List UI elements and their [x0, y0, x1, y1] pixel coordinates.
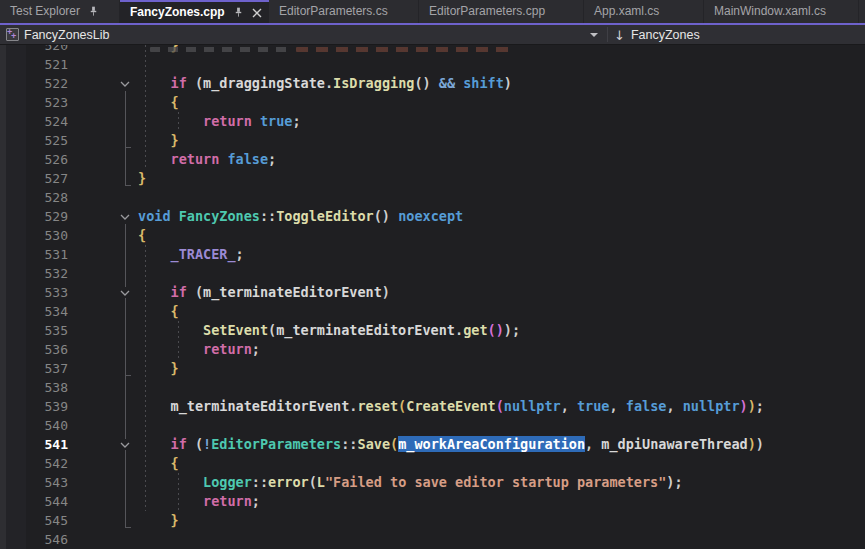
code-text: if (m_terminateEditorEvent) — [138, 283, 390, 302]
line-number: 530 — [0, 226, 68, 245]
code-text: } — [138, 511, 179, 530]
code-text: return; — [138, 492, 260, 511]
code-text: m_terminateEditorEvent.reset(CreateEvent… — [138, 397, 764, 416]
code-line[interactable]: 536 return; — [0, 340, 865, 359]
code-line[interactable]: 537 } — [0, 359, 865, 378]
code-line[interactable]: 532 — [0, 264, 865, 283]
line-number: 533 — [0, 283, 68, 302]
line-number: 543 — [0, 473, 68, 492]
tab-label: App.xaml.cs — [594, 1, 659, 22]
line-number: 545 — [0, 511, 68, 530]
code-line[interactable]: 544 return; — [0, 492, 865, 511]
line-number: 535 — [0, 321, 68, 340]
line-number: 539 — [0, 397, 68, 416]
tab-app-xaml-cs[interactable]: App.xaml.cs — [584, 0, 704, 23]
line-number: 522 — [0, 74, 68, 93]
code-text: if (m_draggingState.IsDragging() && shif… — [138, 74, 512, 93]
code-line[interactable]: 530{ — [0, 226, 865, 245]
tab-editorparameters-cs[interactable]: EditorParameters.cs — [269, 0, 419, 23]
tab-mainwindow-xaml-cs[interactable]: MainWindow.xaml.cs — [704, 0, 859, 23]
navbar-divider — [607, 27, 608, 42]
code-line[interactable]: 526 return false; — [0, 150, 865, 169]
fold-chevron-icon[interactable] — [117, 78, 133, 89]
down-arrow-icon: ↓ — [614, 28, 625, 43]
line-number: 529 — [0, 207, 68, 226]
line-number: 526 — [0, 150, 68, 169]
line-number: 542 — [0, 454, 68, 473]
line-number: 527 — [0, 169, 68, 188]
line-number: 536 — [0, 340, 68, 359]
code-line[interactable]: 528 — [0, 188, 865, 207]
project-dropdown[interactable]: FancyZonesLib — [24, 28, 109, 42]
code-line[interactable]: 545 } — [0, 511, 865, 530]
code-text: return true; — [138, 112, 301, 131]
code-text: if (!EditorParameters::Save(m_workAreaCo… — [138, 435, 764, 454]
line-number: 540 — [0, 416, 68, 435]
code-line[interactable]: 521 — [0, 55, 865, 74]
code-line[interactable]: 540 — [0, 416, 865, 435]
code-text: } — [138, 45, 179, 55]
tab-label: EditorParameters.cs — [279, 1, 388, 22]
fold-chevron-icon[interactable] — [117, 439, 133, 450]
code-line[interactable]: 539 m_terminateEditorEvent.reset(CreateE… — [0, 397, 865, 416]
pin-icon[interactable] — [88, 6, 99, 17]
code-line[interactable]: 527} — [0, 169, 865, 188]
code-text: return false; — [138, 150, 276, 169]
line-number: 541 — [0, 435, 68, 454]
code-text: { — [138, 226, 146, 245]
code-line[interactable]: 535 SetEvent(m_terminateEditorEvent.get(… — [0, 321, 865, 340]
line-number: 546 — [0, 530, 68, 549]
navigation-bar: ++ FancyZonesLib ↓ FancyZones — [0, 25, 865, 45]
fold-chevron-icon[interactable] — [117, 287, 133, 298]
line-number: 538 — [0, 378, 68, 397]
cpp-project-icon: ++ — [6, 28, 19, 41]
code-line[interactable]: 543 Logger::error(L"Failed to save edito… — [0, 473, 865, 492]
code-text: { — [138, 454, 179, 473]
code-text: SetEvent(m_terminateEditorEvent.get()); — [138, 321, 520, 340]
code-line[interactable]: 520 } — [0, 45, 865, 55]
scope-dropdown[interactable]: ↓ FancyZones — [614, 25, 700, 45]
code-editor[interactable]: 520 }521522 if (m_draggingState.IsDraggi… — [0, 45, 865, 549]
tab-label: Test Explorer — [10, 1, 80, 22]
tab-strip: Test ExplorerFancyZones.cppEditorParamet… — [0, 0, 865, 23]
tab-editorparameters-cpp[interactable]: EditorParameters.cpp — [419, 0, 584, 23]
tab-test-explorer[interactable]: Test Explorer — [0, 0, 120, 23]
code-text: Logger::error(L"Failed to save editor st… — [138, 473, 683, 492]
code-line[interactable]: 538 — [0, 378, 865, 397]
code-line[interactable]: 523 { — [0, 93, 865, 112]
line-number: 520 — [0, 45, 68, 55]
code-text: _TRACER_; — [138, 245, 244, 264]
code-text: } — [138, 359, 179, 378]
line-number: 521 — [0, 55, 68, 74]
line-number: 531 — [0, 245, 68, 264]
tab-label: MainWindow.xaml.cs — [714, 1, 826, 22]
code-text: { — [138, 93, 179, 112]
line-number: 534 — [0, 302, 68, 321]
chevron-down-icon[interactable] — [590, 33, 598, 37]
code-text: return; — [138, 340, 260, 359]
code-line[interactable]: 531 _TRACER_; — [0, 245, 865, 264]
code-text: { — [138, 302, 179, 321]
tab-label: FancyZones.cpp — [130, 2, 225, 23]
tab-label: EditorParameters.cpp — [429, 1, 545, 22]
line-number: 537 — [0, 359, 68, 378]
code-line[interactable]: 525 } — [0, 131, 865, 150]
code-text: } — [138, 131, 179, 150]
code-text: void FancyZones::ToggleEditor() noexcept — [138, 207, 463, 226]
code-line[interactable]: 524 return true; — [0, 112, 865, 131]
close-icon[interactable] — [252, 8, 262, 18]
code-line[interactable]: 546 — [0, 530, 865, 549]
code-line[interactable]: 542 { — [0, 454, 865, 473]
line-number: 523 — [0, 93, 68, 112]
line-number: 532 — [0, 264, 68, 283]
code-line[interactable]: 534 { — [0, 302, 865, 321]
pin-icon[interactable] — [233, 7, 244, 18]
line-number: 544 — [0, 492, 68, 511]
selected-text: m_workAreaConfiguration — [398, 436, 585, 452]
tab-fancyzones-cpp[interactable]: FancyZones.cpp — [120, 0, 269, 23]
line-number: 525 — [0, 131, 68, 150]
code-text: } — [138, 169, 146, 188]
line-number: 528 — [0, 188, 68, 207]
line-number: 524 — [0, 112, 68, 131]
fold-chevron-icon[interactable] — [117, 211, 133, 222]
